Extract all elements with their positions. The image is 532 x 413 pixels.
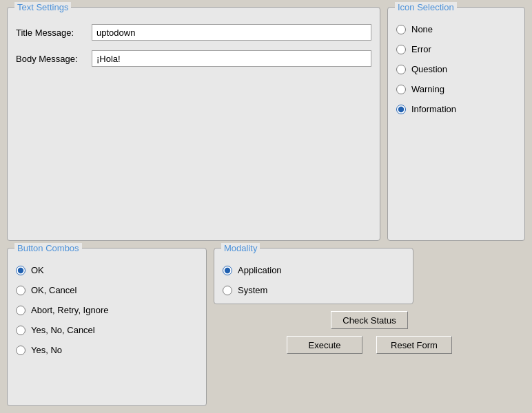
combo-abort-radio[interactable]	[16, 306, 25, 315]
combo-ok-cancel-row: OK, Cancel	[16, 285, 198, 295]
button-combos-group: Button Combos OK OK, Cancel Abort, Retry…	[7, 248, 207, 406]
icon-warning-row: Warning	[396, 84, 516, 94]
icon-error-row: Error	[396, 44, 516, 54]
icon-warning-radio[interactable]	[396, 85, 406, 94]
bottom-right-section: Modality Application System Check Status…	[214, 248, 525, 406]
combo-ok-cancel-radio[interactable]	[16, 286, 25, 295]
check-status-container: Check Status	[214, 311, 525, 329]
title-message-label: Title Message:	[16, 28, 92, 38]
modality-system-row: System	[223, 285, 405, 295]
combo-yes-no-radio[interactable]	[16, 346, 25, 355]
text-settings-title: Text Settings	[14, 2, 71, 12]
combo-yes-no-cancel-label: Yes, No, Cancel	[31, 325, 95, 335]
text-settings-group: Text Settings Title Message: Body Messag…	[7, 7, 380, 241]
combo-ok-radio[interactable]	[16, 266, 25, 275]
body-message-input[interactable]	[92, 50, 371, 67]
icon-error-label: Error	[411, 44, 431, 54]
icon-question-radio[interactable]	[396, 65, 406, 74]
icon-information-row: Information	[396, 104, 516, 114]
icon-none-row: None	[396, 24, 516, 34]
combo-yes-no-row: Yes, No	[16, 345, 198, 355]
icon-selection-title: Icon Selection	[395, 2, 457, 12]
modality-application-row: Application	[223, 265, 405, 275]
modality-application-radio[interactable]	[223, 266, 232, 275]
combo-abort-label: Abort, Retry, Ignore	[31, 305, 108, 315]
combo-ok-cancel-label: OK, Cancel	[31, 285, 76, 295]
reset-form-button[interactable]: Reset Form	[376, 336, 452, 354]
icon-warning-label: Warning	[411, 84, 444, 94]
body-message-label: Body Message:	[16, 54, 92, 64]
modality-group: Modality Application System	[214, 248, 413, 304]
combo-ok-label: OK	[31, 265, 44, 275]
combo-abort-row: Abort, Retry, Ignore	[16, 305, 198, 315]
icon-selection-group: Icon Selection None Error Question Warni…	[387, 7, 525, 241]
icon-question-row: Question	[396, 64, 516, 74]
title-message-input[interactable]	[92, 24, 371, 41]
check-status-button[interactable]: Check Status	[331, 311, 407, 329]
combo-yes-no-label: Yes, No	[31, 345, 62, 355]
icon-error-radio[interactable]	[396, 45, 406, 54]
icon-information-label: Information	[411, 104, 456, 114]
combo-ok-row: OK	[16, 265, 198, 275]
modality-system-radio[interactable]	[223, 286, 232, 295]
execute-reset-container: Execute Reset Form	[214, 336, 525, 354]
icon-none-label: None	[411, 24, 433, 34]
modality-system-label: System	[238, 285, 267, 295]
icon-information-radio[interactable]	[396, 105, 406, 114]
modality-title: Modality	[221, 243, 260, 253]
modality-application-label: Application	[238, 265, 282, 275]
combo-yes-no-cancel-radio[interactable]	[16, 326, 25, 335]
icon-none-radio[interactable]	[396, 25, 406, 34]
execute-button[interactable]: Execute	[287, 336, 362, 354]
icon-question-label: Question	[411, 64, 447, 74]
combo-yes-no-cancel-row: Yes, No, Cancel	[16, 325, 198, 335]
button-combos-title: Button Combos	[14, 243, 82, 253]
